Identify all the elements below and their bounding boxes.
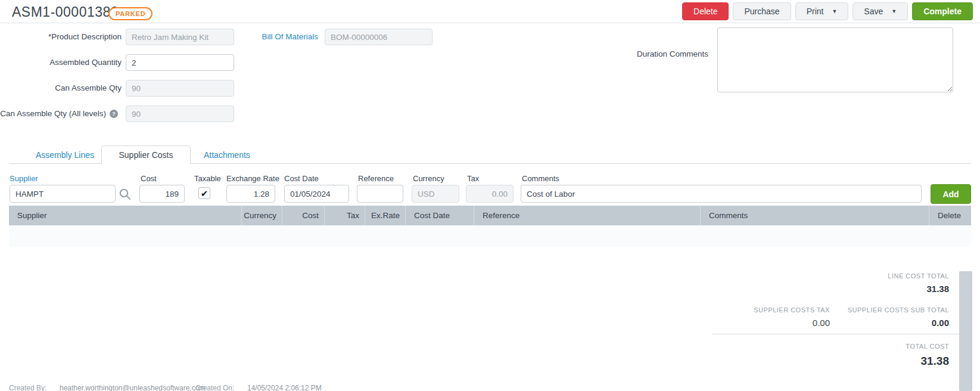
bill-of-materials-link[interactable]: Bill Of Materials (209, 29, 318, 45)
created-on-label: Created On: (195, 384, 234, 391)
product-description-label: *Product Description (0, 29, 122, 45)
column-header-cost: Cost (282, 206, 324, 225)
delete-button[interactable]: Delete (682, 2, 729, 20)
bill-of-materials-field[interactable] (325, 29, 433, 45)
created-by-value: heather.worthington@unleashedsoftware.co… (60, 384, 205, 391)
cost-label: Cost (141, 174, 157, 183)
complete-button-label: Complete (923, 7, 962, 16)
cost-input[interactable] (139, 185, 185, 203)
comments-input[interactable] (521, 185, 922, 203)
can-assemble-qty-all-field[interactable] (126, 105, 234, 122)
duration-comments-label: Duration Comments (589, 49, 708, 58)
column-header-cost-date: Cost Date (405, 206, 474, 225)
vertical-scrollbar-thumb[interactable] (959, 271, 972, 391)
taxable-checkbox[interactable]: ✔ (198, 187, 210, 199)
cost-date-label: Cost Date (284, 174, 319, 183)
save-button[interactable]: Save ▼ (853, 2, 908, 20)
currency-label: Currency (413, 174, 444, 183)
reference-label: Reference (358, 174, 394, 183)
supplier-costs-tax-label: SUPPLIER COSTS TAX (754, 306, 830, 314)
total-cost-label: TOTAL COST (906, 343, 949, 350)
created-on-value: 14/05/2024 2:06:12 PM (247, 384, 322, 391)
tax-input[interactable] (466, 185, 514, 203)
assembled-quantity-field[interactable] (126, 54, 234, 71)
chevron-down-icon: ▼ (891, 9, 897, 14)
chevron-down-icon: ▼ (832, 9, 837, 14)
info-icon[interactable]: ? (110, 110, 118, 118)
supplier-costs-sub-total-value: 0.00 (932, 318, 949, 328)
tab-attachments[interactable]: Attachments (204, 150, 250, 160)
table-empty-row (9, 225, 971, 247)
checkmark-icon: ✔ (201, 188, 209, 198)
print-button-label: Print (807, 7, 824, 16)
column-header-tax: Tax (324, 206, 365, 225)
supplier-costs-sub-total-label: SUPPLIER COSTS SUB TOTAL (848, 306, 949, 314)
can-assemble-qty-field[interactable] (126, 80, 234, 97)
print-button[interactable]: Print ▼ (795, 2, 849, 20)
action-button-group: Delete Purchase Print ▼ Save ▼ Complete (682, 2, 973, 20)
taxable-label: Taxable (194, 174, 221, 183)
complete-button[interactable]: Complete (912, 2, 973, 20)
duration-comments-textarea[interactable] (717, 27, 953, 92)
supplier-costs-tax-value: 0.00 (813, 318, 830, 328)
assembled-quantity-label: Assembled Quantity (0, 54, 122, 71)
column-header-comments: Comments (700, 206, 929, 225)
add-button-label: Add (942, 190, 959, 199)
column-header-delete: Delete (929, 206, 971, 225)
exchange-rate-label: Exchange Rate (226, 174, 279, 183)
save-button-label: Save (864, 7, 883, 16)
exchange-rate-input[interactable] (226, 185, 275, 203)
cost-date-input[interactable] (284, 185, 349, 203)
delete-button-label: Delete (693, 7, 717, 16)
tab-assembly-lines[interactable]: Assembly Lines (36, 150, 94, 160)
supplier-label: Supplier (10, 174, 38, 183)
tab-supplier-costs[interactable]: Supplier Costs (101, 145, 191, 164)
assembly-page: ASM1-00001382 PARKED Delete Purchase Pri… (0, 0, 980, 391)
currency-input[interactable] (412, 185, 459, 203)
purchase-button[interactable]: Purchase (733, 2, 791, 20)
can-assemble-qty-all-label: Can Assemble Qty (All levels) (0, 105, 106, 122)
supplier-costs-table-header: Supplier Currency Cost Tax Ex.Rate Cost … (9, 206, 971, 225)
page-title: ASM1-00001382 (12, 4, 119, 20)
status-badge: PARKED (108, 7, 153, 20)
total-cost-value: 31.38 (920, 355, 949, 368)
reference-input[interactable] (357, 185, 403, 203)
column-header-reference: Reference (474, 206, 700, 225)
search-icon[interactable] (119, 188, 132, 201)
column-header-currency: Currency (241, 206, 282, 225)
can-assemble-qty-label: Can Assemble Qty (0, 80, 122, 97)
comments-label: Comments (522, 174, 559, 183)
line-cost-total-value: 31.38 (926, 284, 949, 294)
created-by-label: Created By: (9, 384, 46, 391)
tax-label: Tax (467, 174, 479, 183)
totals-divider (712, 334, 960, 334)
supplier-input[interactable] (10, 185, 116, 203)
purchase-button-label: Purchase (744, 7, 779, 16)
column-header-supplier: Supplier (9, 206, 241, 225)
add-button[interactable]: Add (931, 184, 971, 204)
line-cost-total-label: LINE COST TOTAL (888, 272, 949, 280)
column-header-exrate: Ex.Rate (365, 206, 405, 225)
